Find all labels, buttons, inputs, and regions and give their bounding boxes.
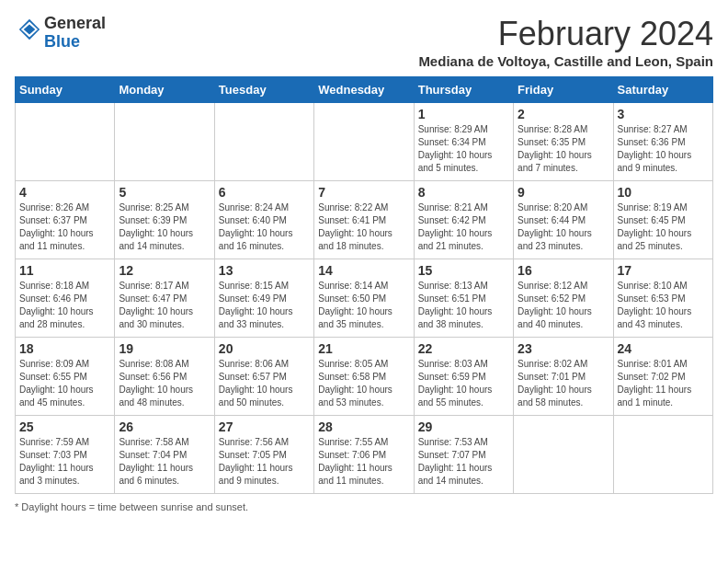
calendar-cell: 4Sunrise: 8:26 AM Sunset: 6:37 PM Daylig… [16,181,115,259]
calendar-cell: 3Sunrise: 8:27 AM Sunset: 6:36 PM Daylig… [613,103,712,181]
logo-general-text: General [44,14,106,32]
calendar-cell: 7Sunrise: 8:22 AM Sunset: 6:41 PM Daylig… [314,181,414,259]
day-info: Sunrise: 8:10 AM Sunset: 6:53 PM Dayligh… [618,280,709,331]
day-number: 10 [618,185,709,200]
day-number: 17 [618,263,709,278]
calendar-cell: 5Sunrise: 8:25 AM Sunset: 6:39 PM Daylig… [115,181,214,259]
calendar-cell: 20Sunrise: 8:06 AM Sunset: 6:57 PM Dayli… [214,338,313,416]
day-info: Sunrise: 8:29 AM Sunset: 6:34 PM Dayligh… [418,123,509,175]
day-number: 24 [618,341,709,356]
day-info: Sunrise: 8:15 AM Sunset: 6:49 PM Dayligh… [219,280,310,331]
calendar-cell: 8Sunrise: 8:21 AM Sunset: 6:42 PM Daylig… [414,181,513,259]
calendar-cell: 18Sunrise: 8:09 AM Sunset: 6:55 PM Dayli… [16,338,115,416]
day-info: Sunrise: 8:09 AM Sunset: 6:55 PM Dayligh… [19,358,110,409]
day-number: 11 [19,263,110,278]
day-number: 4 [19,185,110,200]
logo-blue-text: Blue [44,32,80,51]
day-info: Sunrise: 7:56 AM Sunset: 7:05 PM Dayligh… [219,436,310,488]
day-number: 22 [418,341,509,356]
calendar-cell: 26Sunrise: 7:58 AM Sunset: 7:04 PM Dayli… [115,416,214,494]
day-info: Sunrise: 7:53 AM Sunset: 7:07 PM Dayligh… [418,436,509,488]
day-info: Sunrise: 8:17 AM Sunset: 6:47 PM Dayligh… [119,280,210,331]
calendar-cell [115,103,214,181]
day-info: Sunrise: 8:08 AM Sunset: 6:56 PM Dayligh… [119,358,210,409]
day-number: 5 [119,185,210,200]
calendar-cell: 2Sunrise: 8:28 AM Sunset: 6:35 PM Daylig… [514,103,613,181]
day-info: Sunrise: 8:21 AM Sunset: 6:42 PM Dayligh… [418,201,509,253]
calendar-cell: 22Sunrise: 8:03 AM Sunset: 6:59 PM Dayli… [414,338,513,416]
calendar-cell: 23Sunrise: 8:02 AM Sunset: 7:01 PM Dayli… [514,338,613,416]
day-info: Sunrise: 7:58 AM Sunset: 7:04 PM Dayligh… [119,436,210,488]
footer: * Daylight hours = time between sunrise … [15,501,713,512]
day-info: Sunrise: 8:03 AM Sunset: 6:59 PM Dayligh… [418,358,509,409]
day-number: 1 [418,107,509,121]
day-info: Sunrise: 8:27 AM Sunset: 6:36 PM Dayligh… [618,123,709,175]
day-number: 18 [19,341,110,356]
day-number: 2 [518,107,609,121]
day-info: Sunrise: 8:01 AM Sunset: 7:02 PM Dayligh… [618,358,709,409]
calendar-cell: 25Sunrise: 7:59 AM Sunset: 7:03 PM Dayli… [16,416,115,494]
weekday-header-row: SundayMondayTuesdayWednesdayThursdayFrid… [16,77,713,103]
day-info: Sunrise: 8:18 AM Sunset: 6:46 PM Dayligh… [19,280,110,331]
day-info: Sunrise: 8:05 AM Sunset: 6:58 PM Dayligh… [318,358,409,409]
calendar-cell: 9Sunrise: 8:20 AM Sunset: 6:44 PM Daylig… [514,181,613,259]
day-number: 9 [518,185,609,200]
day-number: 15 [418,263,509,278]
weekday-header-wednesday: Wednesday [314,77,414,103]
weekday-header-friday: Friday [514,77,613,103]
logo: General Blue [15,15,106,52]
day-info: Sunrise: 8:06 AM Sunset: 6:57 PM Dayligh… [219,358,310,409]
calendar-cell [613,416,712,494]
day-number: 21 [318,341,409,356]
calendar-cell [314,103,414,181]
day-info: Sunrise: 8:25 AM Sunset: 6:39 PM Dayligh… [119,201,210,253]
day-info: Sunrise: 8:12 AM Sunset: 6:52 PM Dayligh… [518,280,609,331]
calendar-cell [514,416,613,494]
logo-icon [17,17,42,42]
day-number: 23 [518,341,609,356]
day-info: Sunrise: 8:14 AM Sunset: 6:50 PM Dayligh… [318,280,409,331]
day-number: 16 [518,263,609,278]
day-info: Sunrise: 8:28 AM Sunset: 6:35 PM Dayligh… [518,123,609,175]
weekday-header-tuesday: Tuesday [214,77,313,103]
calendar-cell: 17Sunrise: 8:10 AM Sunset: 6:53 PM Dayli… [613,259,712,338]
calendar-cell: 29Sunrise: 7:53 AM Sunset: 7:07 PM Dayli… [414,416,513,494]
day-number: 8 [418,185,509,200]
week-row-2: 4Sunrise: 8:26 AM Sunset: 6:37 PM Daylig… [16,181,713,259]
day-number: 29 [418,419,509,434]
week-row-5: 25Sunrise: 7:59 AM Sunset: 7:03 PM Dayli… [16,416,713,494]
day-info: Sunrise: 8:19 AM Sunset: 6:45 PM Dayligh… [618,201,709,253]
calendar-cell: 6Sunrise: 8:24 AM Sunset: 6:40 PM Daylig… [214,181,313,259]
calendar-cell: 16Sunrise: 8:12 AM Sunset: 6:52 PM Dayli… [514,259,613,338]
day-info: Sunrise: 8:13 AM Sunset: 6:51 PM Dayligh… [418,280,509,331]
calendar-cell [16,103,115,181]
day-number: 12 [119,263,210,278]
header: General Blue February 2024 Mediana de Vo… [15,15,713,69]
location-title: Mediana de Voltoya, Castille and Leon, S… [418,53,713,69]
calendar-cell: 21Sunrise: 8:05 AM Sunset: 6:58 PM Dayli… [314,338,414,416]
calendar-cell [214,103,313,181]
week-row-4: 18Sunrise: 8:09 AM Sunset: 6:55 PM Dayli… [16,338,713,416]
day-info: Sunrise: 7:55 AM Sunset: 7:06 PM Dayligh… [318,436,409,488]
weekday-header-thursday: Thursday [414,77,513,103]
day-number: 6 [219,185,310,200]
calendar-cell: 13Sunrise: 8:15 AM Sunset: 6:49 PM Dayli… [214,259,313,338]
day-number: 7 [318,185,409,200]
weekday-header-monday: Monday [115,77,214,103]
calendar-cell: 24Sunrise: 8:01 AM Sunset: 7:02 PM Dayli… [613,338,712,416]
day-info: Sunrise: 7:59 AM Sunset: 7:03 PM Dayligh… [19,436,110,488]
weekday-header-sunday: Sunday [16,77,115,103]
day-info: Sunrise: 8:26 AM Sunset: 6:37 PM Dayligh… [19,201,110,253]
day-number: 3 [618,107,709,121]
weekday-header-saturday: Saturday [613,77,712,103]
day-number: 26 [119,419,210,434]
day-info: Sunrise: 8:20 AM Sunset: 6:44 PM Dayligh… [518,201,609,253]
calendar-cell: 27Sunrise: 7:56 AM Sunset: 7:05 PM Dayli… [214,416,313,494]
daylight-hours-label: Daylight hours [21,501,85,512]
day-number: 20 [219,341,310,356]
title-area: February 2024 Mediana de Voltoya, Castil… [418,15,713,69]
day-info: Sunrise: 8:22 AM Sunset: 6:41 PM Dayligh… [318,201,409,253]
calendar-table: SundayMondayTuesdayWednesdayThursdayFrid… [15,76,713,494]
day-number: 14 [318,263,409,278]
month-title: February 2024 [418,15,713,53]
